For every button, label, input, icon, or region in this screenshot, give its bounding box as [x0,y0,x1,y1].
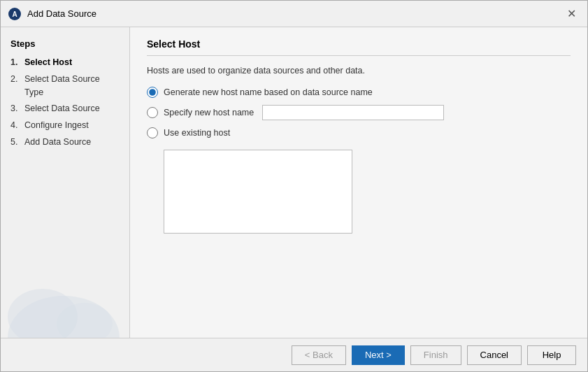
step-label-3: Select Data Source [24,102,100,115]
cancel-button[interactable]: Cancel [467,345,522,365]
step-num-2: 2. [10,73,22,99]
host-list-box[interactable] [164,150,352,234]
app-icon: A [8,7,22,21]
sidebar-step-4: 4.Configure Ingest [10,119,120,132]
step-label-1: Select Host [24,56,72,69]
radio-existing[interactable] [147,127,158,138]
step-label-2: Select Data Source Type [24,73,120,99]
window: A Add Data Source ✕ Steps 1.Select Host2… [0,0,588,372]
help-button[interactable]: Help [527,345,576,365]
radio-existing-label[interactable]: Use existing host [147,127,571,138]
step-label-5: Add Data Source [24,136,91,149]
sidebar-watermark [1,254,129,338]
radio-existing-text: Use existing host [164,128,230,138]
radio-specify[interactable] [147,107,158,118]
sidebar-step-1: 1.Select Host [10,56,120,69]
sidebar-step-5: 5.Add Data Source [10,136,120,149]
window-title: Add Data Source [27,8,96,19]
sidebar-step-2: 2.Select Data Source Type [10,73,120,99]
content-area: Steps 1.Select Host2.Select Data Source … [1,27,587,338]
specify-host-input[interactable] [262,105,444,120]
step-num-1: 1. [10,56,22,69]
radio-specify-label[interactable]: Specify new host name [147,105,571,120]
svg-text:A: A [12,10,17,18]
title-bar: A Add Data Source ✕ [1,1,587,27]
description-text: Hosts are used to organize data sources … [147,66,571,76]
radio-group: Generate new host name based on data sou… [147,87,571,138]
step-label-4: Configure Ingest [24,119,89,132]
panel-title: Select Host [147,38,571,56]
step-num-3: 3. [10,102,22,115]
radio-specify-text: Specify new host name [164,108,254,117]
next-button[interactable]: Next > [352,345,405,365]
radio-generate-text: Generate new host name based on data sou… [164,87,373,97]
sidebar-step-3: 3.Select Data Source [10,102,120,115]
radio-generate[interactable] [147,87,158,98]
footer: < Back Next > Finish Cancel Help [1,338,587,371]
close-button[interactable]: ✕ [563,7,580,21]
step-num-5: 5. [10,136,22,149]
sidebar: Steps 1.Select Host2.Select Data Source … [1,27,130,338]
sidebar-title: Steps [10,38,120,49]
step-num-4: 4. [10,119,22,132]
steps-list: 1.Select Host2.Select Data Source Type3.… [10,56,120,149]
title-bar-left: A Add Data Source [8,7,96,21]
main-panel: Select Host Hosts are used to organize d… [130,27,587,338]
finish-button[interactable]: Finish [410,345,461,365]
radio-generate-label[interactable]: Generate new host name based on data sou… [147,87,571,98]
back-button[interactable]: < Back [292,345,346,365]
